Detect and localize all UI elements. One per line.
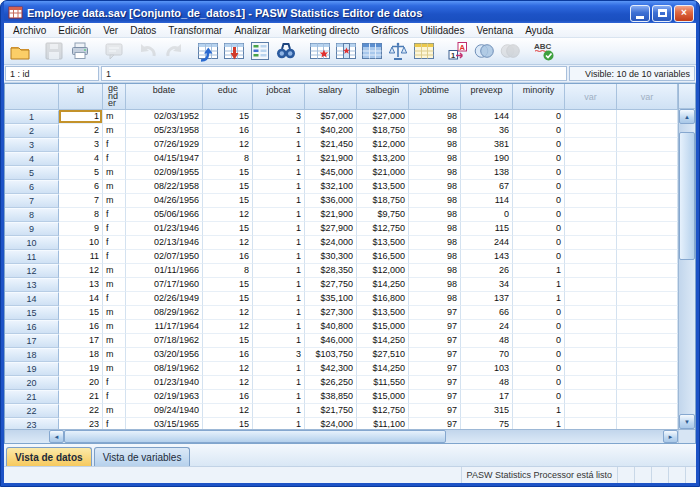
menu-archivo[interactable]: Archivo bbox=[7, 24, 52, 37]
cell-salbegin[interactable]: $18,750 bbox=[357, 124, 409, 138]
cell-id[interactable]: 16 bbox=[59, 320, 103, 334]
menu-marketing-directo[interactable]: Marketing directo bbox=[277, 24, 366, 37]
cell-prevexp[interactable]: 143 bbox=[461, 250, 513, 264]
cell-salbegin[interactable]: $12,750 bbox=[357, 404, 409, 418]
cell-bdate[interactable]: 07/26/1929 bbox=[126, 138, 203, 152]
cell-minority[interactable]: 1 bbox=[513, 404, 565, 418]
cell-salary[interactable]: $27,300 bbox=[305, 306, 357, 320]
cell-var2[interactable] bbox=[617, 390, 678, 404]
cell-bdate[interactable]: 05/06/1966 bbox=[126, 208, 203, 222]
cell-id[interactable]: 22 bbox=[59, 404, 103, 418]
cell-salbegin[interactable]: $14,250 bbox=[357, 278, 409, 292]
cell-jobcat[interactable]: 1 bbox=[253, 166, 305, 180]
column-header-id[interactable]: id bbox=[59, 84, 103, 110]
select-all-corner[interactable] bbox=[5, 84, 59, 110]
cell-prevexp[interactable]: 137 bbox=[461, 292, 513, 306]
cell-id[interactable]: 14 bbox=[59, 292, 103, 306]
cell-var2[interactable] bbox=[617, 222, 678, 236]
cell-id[interactable]: 11 bbox=[59, 250, 103, 264]
cell-educ[interactable]: 12 bbox=[203, 138, 253, 152]
column-header-minority[interactable]: minority bbox=[513, 84, 565, 110]
menu-edici-n[interactable]: Edición bbox=[52, 24, 97, 37]
cell-id[interactable]: 7 bbox=[59, 194, 103, 208]
cell-educ[interactable]: 12 bbox=[203, 362, 253, 376]
variables-button[interactable] bbox=[247, 39, 273, 63]
cell-var2[interactable] bbox=[617, 110, 678, 124]
cell-gender[interactable]: f bbox=[103, 152, 126, 166]
cell-jobtime[interactable]: 98 bbox=[409, 208, 461, 222]
goto-case-button[interactable] bbox=[195, 39, 221, 63]
row-header[interactable]: 23 bbox=[5, 418, 59, 429]
cell-id[interactable]: 3 bbox=[59, 138, 103, 152]
cell-minority[interactable]: 0 bbox=[513, 334, 565, 348]
cell-minority[interactable]: 1 bbox=[513, 418, 565, 429]
cell-var2[interactable] bbox=[617, 124, 678, 138]
cell-id[interactable]: 20 bbox=[59, 376, 103, 390]
cell-salbegin[interactable]: $13,200 bbox=[357, 152, 409, 166]
cell-salary[interactable]: $21,900 bbox=[305, 152, 357, 166]
cell-educ[interactable]: 16 bbox=[203, 390, 253, 404]
cell-minority[interactable]: 0 bbox=[513, 222, 565, 236]
cell-educ[interactable]: 12 bbox=[203, 320, 253, 334]
cell-salbegin[interactable]: $13,500 bbox=[357, 180, 409, 194]
cell-jobcat[interactable]: 1 bbox=[253, 376, 305, 390]
cell-jobtime[interactable]: 98 bbox=[409, 152, 461, 166]
cell-bdate[interactable]: 11/17/1964 bbox=[126, 320, 203, 334]
cell-prevexp[interactable]: 34 bbox=[461, 278, 513, 292]
cell-prevexp[interactable]: 48 bbox=[461, 334, 513, 348]
row-header[interactable]: 11 bbox=[5, 250, 59, 264]
row-header[interactable]: 14 bbox=[5, 292, 59, 306]
cell-var1[interactable] bbox=[565, 222, 617, 236]
cell-salbegin[interactable]: $14,250 bbox=[357, 362, 409, 376]
cell-jobtime[interactable]: 98 bbox=[409, 110, 461, 124]
cell-gender[interactable]: m bbox=[103, 110, 126, 124]
cell-gender[interactable]: m bbox=[103, 320, 126, 334]
cell-jobtime[interactable]: 98 bbox=[409, 166, 461, 180]
cell-salbegin[interactable]: $15,000 bbox=[357, 390, 409, 404]
cell-jobtime[interactable]: 98 bbox=[409, 292, 461, 306]
spell-check-button[interactable]: ABC bbox=[531, 39, 557, 63]
cell-var1[interactable] bbox=[565, 334, 617, 348]
cell-jobtime[interactable]: 98 bbox=[409, 264, 461, 278]
cell-var2[interactable] bbox=[617, 138, 678, 152]
cell-gender[interactable]: f bbox=[103, 418, 126, 429]
cell-jobcat[interactable]: 1 bbox=[253, 138, 305, 152]
cell-var2[interactable] bbox=[617, 320, 678, 334]
cell-gender[interactable]: m bbox=[103, 362, 126, 376]
cell-salbegin[interactable]: $12,750 bbox=[357, 222, 409, 236]
cell-educ[interactable]: 15 bbox=[203, 334, 253, 348]
cell-gender[interactable]: m bbox=[103, 278, 126, 292]
cell-salbegin[interactable]: $12,000 bbox=[357, 264, 409, 278]
cell-var2[interactable] bbox=[617, 264, 678, 278]
cell-salary[interactable]: $21,900 bbox=[305, 208, 357, 222]
cell-minority[interactable]: 0 bbox=[513, 390, 565, 404]
use-variable-sets-button[interactable] bbox=[471, 39, 497, 63]
cell-bdate[interactable]: 01/23/1946 bbox=[126, 222, 203, 236]
cell-gender[interactable]: f bbox=[103, 208, 126, 222]
cell-gender[interactable]: f bbox=[103, 138, 126, 152]
cell-minority[interactable]: 0 bbox=[513, 250, 565, 264]
cell-salbegin[interactable]: $9,750 bbox=[357, 208, 409, 222]
row-header[interactable]: 4 bbox=[5, 152, 59, 166]
cell-bdate[interactable]: 04/26/1956 bbox=[126, 194, 203, 208]
cell-gender[interactable]: f bbox=[103, 292, 126, 306]
split-file-button[interactable] bbox=[359, 39, 385, 63]
cell-jobcat[interactable]: 1 bbox=[253, 418, 305, 429]
cell-jobcat[interactable]: 1 bbox=[253, 236, 305, 250]
scroll-down-button[interactable]: ▼ bbox=[679, 414, 695, 429]
cell-gender[interactable]: m bbox=[103, 264, 126, 278]
row-header[interactable]: 1 bbox=[5, 110, 59, 124]
row-header[interactable]: 2 bbox=[5, 124, 59, 138]
cell-prevexp[interactable]: 75 bbox=[461, 418, 513, 429]
cell-bdate[interactable]: 07/17/1960 bbox=[126, 278, 203, 292]
cell-prevexp[interactable]: 67 bbox=[461, 180, 513, 194]
cell-var2[interactable] bbox=[617, 278, 678, 292]
cell-educ[interactable]: 12 bbox=[203, 236, 253, 250]
cell-salary[interactable]: $57,000 bbox=[305, 110, 357, 124]
cell-salbegin[interactable]: $12,000 bbox=[357, 138, 409, 152]
menu-gr-ficos[interactable]: Gráficos bbox=[365, 24, 414, 37]
cell-var2[interactable] bbox=[617, 292, 678, 306]
cell-salary[interactable]: $21,750 bbox=[305, 404, 357, 418]
column-header-salbegin[interactable]: salbegin bbox=[357, 84, 409, 110]
row-header[interactable]: 8 bbox=[5, 208, 59, 222]
